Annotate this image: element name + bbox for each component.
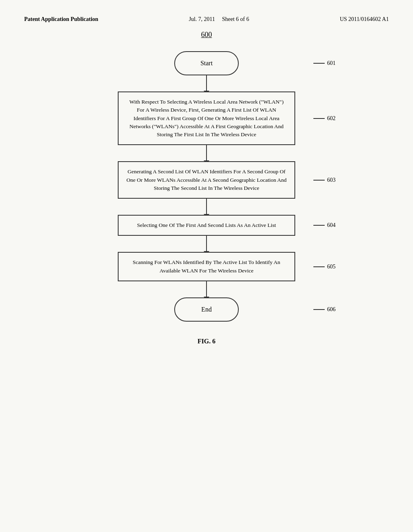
end-node: End [174, 297, 239, 322]
step2-text: Generating A Second List Of WLAN Identif… [126, 168, 286, 191]
step3-id-line [313, 225, 325, 226]
start-node: Start [174, 51, 239, 75]
step3-text: Selecting One Of The First And Second Li… [137, 222, 276, 228]
start-id-text: 601 [327, 60, 336, 66]
diagram-title: 600 [201, 31, 212, 39]
end-id-text: 606 [327, 306, 336, 313]
arrow-1 [206, 75, 207, 91]
step1-row: With Respect To Selecting A Wireless Loc… [65, 91, 348, 145]
step3-id-label: 604 [313, 222, 336, 229]
header-sheet: Sheet 6 of 6 [222, 16, 249, 22]
step3-box: Selecting One Of The First And Second Li… [118, 215, 295, 236]
header-date-sheet: Jul. 7, 2011 Sheet 6 of 6 [189, 16, 249, 23]
header-date: Jul. 7, 2011 [189, 16, 215, 22]
step4-id-text: 605 [327, 264, 336, 270]
header-publication-label: Patent Application Publication [24, 16, 98, 23]
header-patent-number: US 2011/0164602 A1 [340, 16, 389, 23]
arrow-5 [206, 281, 207, 297]
step4-id-line [313, 266, 325, 267]
end-id-label: 606 [313, 306, 336, 313]
step1-id-text: 602 [327, 115, 336, 122]
step2-row: Generating A Second List Of WLAN Identif… [65, 161, 348, 199]
step2-box: Generating A Second List Of WLAN Identif… [118, 161, 295, 199]
figure-caption: FIG. 6 [198, 338, 215, 345]
step2-id-text: 603 [327, 177, 336, 183]
step2-id-label: 603 [313, 177, 336, 183]
step1-text: With Respect To Selecting A Wireless Loc… [129, 99, 284, 137]
page-header: Patent Application Publication Jul. 7, 2… [24, 16, 389, 23]
step2-id-line [313, 180, 325, 181]
start-id-label: 601 [313, 60, 336, 66]
step1-id-label: 602 [313, 115, 336, 122]
arrow-2 [206, 145, 207, 161]
arrow-3 [206, 199, 207, 215]
step4-text: Scanning For WLANs Identified By The Act… [133, 259, 280, 273]
diagram-container: 600 Start 601 With Respect To Selecting … [24, 31, 389, 345]
step1-id-line [313, 118, 325, 119]
page: Patent Application Publication Jul. 7, 2… [0, 0, 413, 532]
step4-box: Scanning For WLANs Identified By The Act… [118, 252, 295, 281]
start-label: Start [200, 60, 213, 67]
end-id-line [313, 309, 325, 310]
start-row: Start 601 [65, 51, 348, 75]
step3-id-text: 604 [327, 222, 336, 229]
step4-id-label: 605 [313, 264, 336, 270]
step4-row: Scanning For WLANs Identified By The Act… [65, 252, 348, 281]
flowchart: Start 601 With Respect To Selecting A Wi… [65, 51, 348, 322]
step1-box: With Respect To Selecting A Wireless Loc… [118, 91, 295, 145]
step3-row: Selecting One Of The First And Second Li… [65, 215, 348, 236]
start-id-line [313, 63, 325, 64]
arrow-4 [206, 236, 207, 252]
end-row: End 606 [65, 297, 348, 322]
end-label: End [201, 306, 212, 313]
